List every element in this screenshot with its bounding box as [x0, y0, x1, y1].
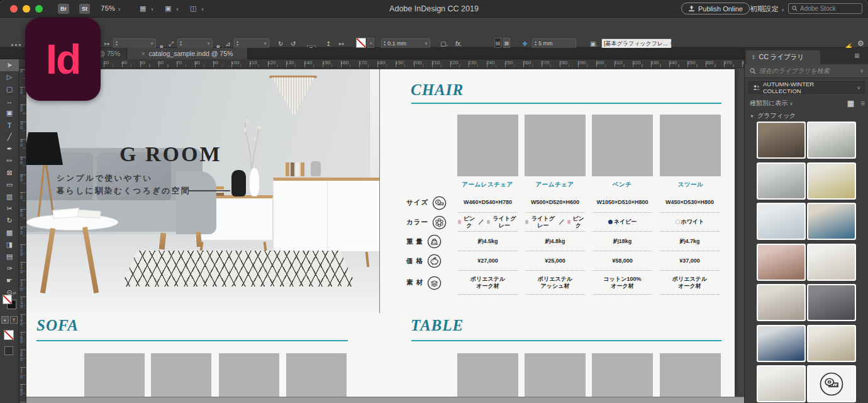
cc-libraries-tab[interactable]: ⇕CC ライブラリ	[746, 50, 820, 64]
ruler-number: 6 0	[19, 174, 24, 183]
stroke-color-swatch[interactable]	[356, 38, 366, 48]
corner-options-icon[interactable]: ▢.	[440, 40, 448, 47]
minimize-window-button[interactable]	[23, 5, 30, 13]
thumbnail-image	[808, 123, 855, 157]
width-field[interactable]: ▴▾∨	[113, 38, 156, 48]
horizontal-ruler[interactable]: 0102030405060708090100110120130140150160…	[26, 59, 744, 68]
formatting-affects-text-button[interactable]: T	[10, 316, 18, 324]
wrap-off-button[interactable]: ▤	[494, 38, 501, 48]
close-window-button[interactable]	[10, 5, 18, 13]
adobe-stock-search-input[interactable]: Adobe Stock	[788, 3, 862, 14]
chevron-down-icon[interactable]: ∨	[860, 68, 864, 74]
white-bedroom-photo[interactable]	[807, 244, 856, 281]
thumbnail-image	[758, 204, 804, 239]
panel-options-icon[interactable]: ▦	[854, 52, 860, 59]
stroke-weight-field[interactable]: ▴▾0.1 mm∨	[381, 38, 430, 48]
blue-sofa-kitchen-photo[interactable]	[807, 203, 856, 240]
horizontal-scrollbar[interactable]	[26, 397, 744, 403]
object-style-dropdown[interactable]: [基本グラフィックフレ...∨	[601, 38, 672, 48]
dark-gray-room-photo[interactable]	[807, 284, 856, 321]
armchair-plant-room-photo[interactable]	[757, 365, 806, 402]
document-tab-active[interactable]: ×catalog_sample.indd @ 75%	[127, 48, 248, 59]
zoom-window-button[interactable]	[35, 5, 43, 13]
gradient-feather-tool[interactable]: ◨	[0, 239, 19, 251]
graphics-section-header[interactable]: ▼ グラフィック	[750, 111, 796, 120]
workspace-switcher[interactable]: 初期設定∨	[750, 4, 784, 14]
vertical-ruler[interactable]: 01 02 03 04 05 06 07 08 09 01 0 01 1 01 …	[19, 68, 26, 403]
pen-tool[interactable]: ✒	[0, 143, 19, 155]
gap-tool[interactable]: ↔	[0, 95, 19, 107]
screen-mode-button[interactable]	[4, 346, 13, 355]
direct-selection-tool[interactable]: ▷	[0, 71, 19, 83]
publish-online-button[interactable]: Publish Online	[681, 3, 750, 14]
view-options-dropdown[interactable]: ▦ ∨	[140, 4, 154, 13]
list-view-icon[interactable]: ≡	[860, 99, 865, 108]
document-canvas[interactable]: G ROOM シンプルで使いやすい 暮らしに馴染むくつろぎの空間 SOFA CH…	[26, 68, 744, 403]
toolbar-fill-swatch[interactable]	[3, 295, 12, 304]
chair-rule	[411, 103, 721, 104]
arrange-documents-dropdown[interactable]: ◫ ∨	[190, 4, 204, 13]
ruler-number: 7 0	[19, 192, 24, 200]
apply-none-button[interactable]	[4, 330, 14, 340]
line-tool[interactable]: ╱	[0, 131, 19, 143]
ruler-number: 110	[249, 60, 257, 65]
note-tool[interactable]: ▤	[0, 251, 19, 263]
view-by-type-dropdown[interactable]: 種類別に表示 ∨	[750, 99, 793, 108]
zoom-level-dropdown[interactable]: 75%∨	[101, 4, 121, 12]
fit-frame-button[interactable]: ↤	[338, 40, 343, 47]
rectangle-tool[interactable]: ▭	[0, 179, 19, 191]
chevron-down-icon[interactable]: ∨	[857, 85, 860, 91]
beige-living-room-photo[interactable]	[757, 284, 806, 321]
hand-tool[interactable]: ☛	[0, 275, 19, 287]
rotate-ccw-button[interactable]: ↺	[291, 40, 296, 47]
content-collector-tool[interactable]: ▣	[0, 107, 19, 119]
yellow-accent-dining-photo[interactable]	[807, 162, 856, 200]
material-icon	[427, 276, 442, 290]
color-options: ネイビー	[608, 219, 637, 225]
bright-sofa-room-photo[interactable]	[807, 122, 856, 159]
page-tool[interactable]: ▢	[0, 83, 19, 95]
rotation-angle-field[interactable]: ▴▾∨	[234, 38, 269, 48]
ruler-number: 40	[121, 60, 127, 65]
effects-icon[interactable]: fx.	[455, 40, 462, 47]
stock-button[interactable]: St	[79, 4, 90, 14]
rectangle-frame-tool[interactable]: ⊠	[0, 167, 19, 179]
close-tab-icon[interactable]: ×	[142, 50, 145, 57]
stroke-color-menu-button[interactable]: >	[367, 38, 374, 48]
gray-sofa-plant-room-photo[interactable]	[757, 162, 806, 200]
eyedropper-tool[interactable]: ✑	[0, 263, 19, 275]
vase-branch	[238, 120, 265, 174]
dark-dining-room-photo[interactable]	[757, 122, 806, 159]
scissors-tool[interactable]: ✂	[0, 203, 19, 215]
pale-blue-room-photo[interactable]	[757, 203, 806, 240]
color-wheel-icon	[432, 215, 447, 230]
navy-sofa-room-photo[interactable]	[757, 325, 806, 362]
wood-dining-set-photo[interactable]	[807, 325, 856, 362]
rotate-tool[interactable]: ↻	[0, 215, 19, 227]
bridge-button[interactable]: Br	[58, 4, 69, 14]
swap-fill-stroke-icon[interactable]: ⇄	[13, 291, 16, 296]
screen-mode-dropdown[interactable]: ▣ ∨	[165, 4, 179, 13]
library-search-input[interactable]: 現在のライブラリを検索 ∨	[745, 64, 868, 78]
ruler-number: 1 2 0	[19, 280, 24, 292]
library-selector[interactable]: AUTUMN-WINTER COLLECTION ∨	[748, 81, 865, 94]
measuring-tape-item[interactable]	[807, 365, 856, 402]
tape-measure-icon	[432, 196, 447, 210]
type-tool[interactable]: T	[0, 119, 19, 131]
color-dot	[487, 220, 490, 224]
wrap-around-button[interactable]: ▦	[503, 38, 510, 48]
blush-bedroom-photo[interactable]	[757, 244, 806, 281]
selection-tool[interactable]: ➤	[0, 59, 19, 71]
color-dot	[567, 220, 570, 224]
panel-collapse-icon[interactable]: ⇕	[751, 54, 756, 60]
scale-x-field[interactable]: ▴▾∨	[177, 38, 213, 48]
color-theme-tool[interactable]: ▥	[0, 191, 19, 203]
grid-view-icon[interactable]: ▦	[847, 99, 854, 108]
rotate-cw-button[interactable]: ↻	[278, 40, 283, 47]
gradient-tool[interactable]: ▩	[0, 227, 19, 239]
formatting-affects-container-button[interactable]: ▪	[1, 316, 9, 324]
wrap-offset-field[interactable]: ▴▾5 mm	[532, 38, 576, 48]
gear-icon[interactable]: ⚙	[857, 39, 864, 48]
fit-content-button[interactable]: ↥	[326, 40, 331, 47]
pencil-tool[interactable]: ✏	[0, 155, 19, 167]
